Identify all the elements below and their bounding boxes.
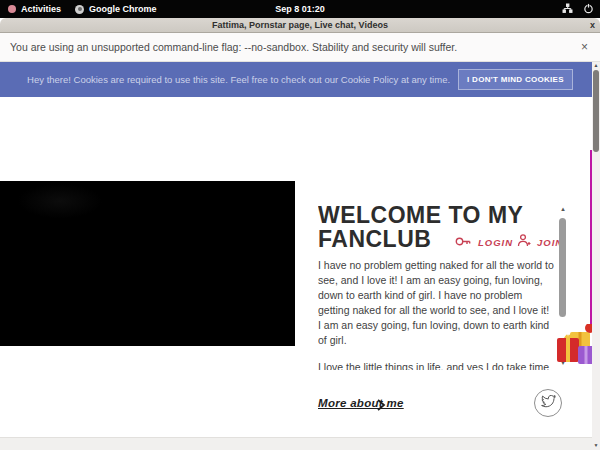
scrollbar-down-icon[interactable]: ▼ [592, 442, 600, 449]
power-icon[interactable] [583, 3, 594, 16]
window-titlebar[interactable]: Fattima, Pornstar page, Live chat, Video… [0, 18, 600, 33]
window-close-button[interactable]: x [590, 19, 595, 32]
scrollbar-thumb[interactable] [593, 70, 599, 152]
page-viewport: Hey there! Cookies are required to use t… [0, 62, 600, 450]
desktop-screen: Activities Google Chrome Sep 8 01:20 Fat… [0, 0, 600, 450]
app-menu-google-chrome[interactable]: Google Chrome [75, 4, 157, 14]
warning-close-icon[interactable]: × [581, 40, 588, 54]
more-about-me-link[interactable]: More about me [318, 397, 404, 409]
chrome-icon [75, 5, 84, 14]
network-icon[interactable] [562, 3, 573, 16]
activities-icon [8, 5, 16, 13]
page-bottom-strip [0, 437, 592, 450]
sandbox-warning-text: You are using an unsupported command-lin… [10, 41, 457, 53]
scrollbar-up-icon[interactable]: ▲ [592, 62, 600, 69]
more-about-row: More about me [318, 389, 564, 419]
browser-scrollbar[interactable]: ▲ ▼ [592, 62, 600, 450]
welcome-paragraph-2: I love the little things in life, and ye… [318, 360, 554, 370]
cookie-accept-button[interactable]: I DON'T MIND COOKIES [458, 69, 573, 90]
twitter-button[interactable] [534, 389, 562, 417]
welcome-section: WELCOME TO MY FANCLUB I have no problem … [318, 203, 554, 370]
cookie-banner: Hey there! Cookies are required to use t… [0, 62, 600, 97]
twitter-icon [541, 394, 556, 412]
browser-window: Fattima, Pornstar page, Live chat, Video… [0, 18, 600, 450]
app-menu-label: Google Chrome [89, 4, 157, 14]
welcome-heading: WELCOME TO MY FANCLUB [318, 203, 554, 251]
text-scrollbar-thumb[interactable] [559, 218, 566, 317]
welcome-paragraph-1: I have no problem getting naked for all … [318, 258, 554, 348]
window-title: Fattima, Pornstar page, Live chat, Video… [212, 20, 388, 30]
activities-label: Activities [21, 4, 61, 14]
sandbox-warning-bar: You are using an unsupported command-lin… [0, 33, 600, 62]
chevron-right-icon[interactable] [376, 397, 386, 415]
gnome-top-bar: Activities Google Chrome Sep 8 01:20 [0, 0, 600, 18]
site-header: LOGO LOGIN JOIN [0, 97, 592, 181]
text-scrollbar-up-icon[interactable]: ▴ [558, 205, 568, 213]
cookie-banner-text: Hey there! Cookies are required to use t… [27, 74, 450, 85]
activities-button[interactable]: Activities [8, 4, 61, 14]
video-player[interactable] [0, 181, 295, 346]
